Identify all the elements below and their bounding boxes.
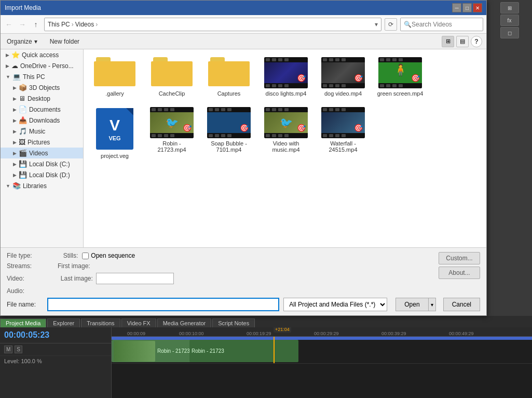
open-dropdown-arrow[interactable]: ▾ xyxy=(428,298,436,311)
folder-cacheclip-icon xyxy=(151,57,193,88)
file-item-cacheclip[interactable]: CacheClip xyxy=(146,55,198,99)
music-icon: 🎵 xyxy=(19,127,27,135)
sidebar-item-quick-access[interactable]: ▶ ⭐ Quick access xyxy=(1,49,83,60)
video-soap-thumb: 🎯 xyxy=(207,107,251,138)
tab-transitions[interactable]: Transitions xyxy=(81,319,120,327)
videos-icon: 🎬 xyxy=(19,149,27,157)
pictures-icon: 🖼 xyxy=(19,138,25,146)
video-group: Video: xyxy=(7,273,24,284)
address-path[interactable]: This PC › Videos › ▾ xyxy=(44,18,381,31)
desktop-chevron: ▶ xyxy=(13,96,17,101)
clip-2[interactable]: Robin - 21723 xyxy=(189,340,298,362)
view-details-button[interactable]: ▤ xyxy=(456,36,469,47)
video-music-frame: 🐦 🎯 xyxy=(264,107,308,138)
title-bar-controls: ─ □ ✕ xyxy=(452,3,482,12)
pictures-label: Pictures xyxy=(28,139,50,146)
sidebar-item-local-d[interactable]: ▶ 💾 Local Disk (D:) xyxy=(1,169,83,180)
tab-video-fx[interactable]: Video FX xyxy=(121,319,156,327)
path-dropdown-arrow[interactable]: ▾ xyxy=(375,21,378,28)
file-item-dog[interactable]: 🎯 dog video.mp4 xyxy=(317,55,369,99)
sidebar-item-videos[interactable]: ▶ 🎬 Videos xyxy=(1,148,83,158)
file-item-captures[interactable]: Captures xyxy=(203,55,255,99)
cancel-button[interactable]: Cancel xyxy=(443,298,480,311)
content-area: ▶ ⭐ Quick access ▶ ☁ OneDrive - Perso...… xyxy=(1,49,486,247)
path-sep-1: › xyxy=(72,21,74,28)
timeline-tabs: Project Media Explorer Transitions Video… xyxy=(0,316,532,327)
file-item-soap[interactable]: 🎯 Soap Bubble - 7101.mp4 xyxy=(203,104,255,162)
local-c-chevron: ▶ xyxy=(13,162,17,167)
sidebar-item-this-pc[interactable]: ▼ 💻 This PC xyxy=(1,71,83,82)
video-disco-frame: 🎯 xyxy=(264,57,308,88)
sidebar-item-music[interactable]: ▶ 🎵 Music xyxy=(1,126,83,137)
track-s-btn[interactable]: S xyxy=(15,346,22,353)
tab-script-notes[interactable]: Script Notes xyxy=(212,319,255,327)
right-panel-btn-1[interactable]: ⊞ xyxy=(500,2,519,14)
file-item-green[interactable]: 🎯 🧍 green screen.mp4 xyxy=(374,55,426,99)
right-panel-btn-fx[interactable]: fx xyxy=(500,15,519,26)
info-row-3: Video: Last image: xyxy=(7,273,434,284)
sidebar-item-local-c[interactable]: ▶ 💾 Local Disk (C:) xyxy=(1,158,83,169)
track-m-btn[interactable]: M xyxy=(4,346,12,353)
video-waterfall-thumb: 🎯 xyxy=(321,107,365,138)
local-c-label: Local Disk (C:) xyxy=(29,161,70,168)
file-item-waterfall[interactable]: 🎯 Waterfall - 24515.mp4 xyxy=(317,104,369,162)
open-sequence-checkbox-label[interactable]: Open sequence xyxy=(82,252,135,259)
search-input[interactable] xyxy=(412,21,489,28)
file-item-project-veg[interactable]: V VEG project.veg xyxy=(89,104,141,162)
help-button[interactable]: ? xyxy=(471,36,482,47)
file-item-disco[interactable]: 🎯 disco lights.mp4 xyxy=(260,55,312,99)
open-button[interactable]: Open xyxy=(395,298,428,311)
libraries-chevron: ▼ xyxy=(6,183,10,189)
folder-cacheclip-label: CacheClip xyxy=(159,90,185,97)
sidebar-item-downloads[interactable]: ▶ 📥 Downloads xyxy=(1,115,83,126)
tab-media-generator[interactable]: Media Generator xyxy=(157,319,212,327)
video-robin-frame: 🐦 🎯 xyxy=(150,107,194,138)
file-item-video-music[interactable]: 🐦 🎯 Video with music.mp4 xyxy=(260,104,312,162)
documents-icon: 📄 xyxy=(19,105,27,113)
sidebar-item-desktop[interactable]: ▶ 🖥 Desktop xyxy=(1,93,83,104)
address-bar: ← → ↑ This PC › Videos › ▾ ⟳ 🔍 xyxy=(1,15,486,34)
filename-input[interactable] xyxy=(47,298,279,311)
open-sequence-checkbox[interactable] xyxy=(82,253,89,259)
timeline-ruler: 00:00:09 00:00:10:00 00:00:19:29 00:00:2… xyxy=(112,327,532,337)
filetype-select[interactable]: All Project and Media Files (*.*) Video … xyxy=(283,298,387,311)
close-button[interactable]: ✕ xyxy=(473,3,482,12)
forward-button[interactable]: → xyxy=(17,19,28,30)
tab-explorer[interactable]: Explorer xyxy=(47,319,80,327)
file-item-robin[interactable]: 🐦 🎯 Robin - 21723.mp4 xyxy=(146,104,198,162)
local-d-chevron: ▶ xyxy=(13,173,17,178)
sidebar-item-documents[interactable]: ▶ 📄 Documents xyxy=(1,104,83,115)
ruler-mark-4: 00:00:39:29 xyxy=(381,331,406,336)
sidebar-item-libraries[interactable]: ▼ 📚 Libraries xyxy=(1,180,83,191)
about-button[interactable]: About... xyxy=(439,267,480,279)
right-panel-btn-3[interactable]: ◻ xyxy=(500,27,519,38)
maximize-button[interactable]: □ xyxy=(462,3,472,12)
last-image-input[interactable] xyxy=(96,273,174,284)
level-row: Level: 100.0 % xyxy=(0,356,111,366)
last-image-label: Last image: xyxy=(61,275,93,282)
search-box[interactable]: 🔍 xyxy=(400,18,483,31)
up-button[interactable]: ↑ xyxy=(31,19,41,30)
view-icon-button[interactable]: ⊞ xyxy=(442,36,454,47)
sidebar-item-onedrive[interactable]: ▶ ☁ OneDrive - Perso... xyxy=(1,60,83,71)
custom-button[interactable]: Custom... xyxy=(439,252,480,264)
back-button[interactable]: ← xyxy=(4,19,14,30)
stills-label: Stills: xyxy=(63,252,78,259)
info-row-1: File type: Stills: Open sequence xyxy=(7,252,434,259)
import-media-dialog: Import Media ─ □ ✕ ← → ↑ This PC › Video… xyxy=(0,0,487,316)
organize-button[interactable]: Organize ▾ xyxy=(5,37,39,46)
video-green-thumb: 🎯 🧍 xyxy=(378,57,422,88)
video-dog-frame: 🎯 xyxy=(321,57,365,88)
folder-gallery-icon xyxy=(94,57,135,88)
refresh-button[interactable]: ⟳ xyxy=(385,18,397,31)
sidebar-item-3d-objects[interactable]: ▶ 📦 3D Objects xyxy=(1,82,83,93)
new-folder-button[interactable]: New folder xyxy=(48,37,81,46)
3d-objects-label: 3D Objects xyxy=(29,84,60,91)
filename-label: File name: xyxy=(7,301,43,308)
last-image-group: Last image: xyxy=(61,273,174,284)
minimize-button[interactable]: ─ xyxy=(452,3,461,12)
tab-project-media[interactable]: Project Media xyxy=(0,319,46,327)
sidebar-item-pictures[interactable]: ▶ 🖼 Pictures xyxy=(1,137,83,148)
veg-thumb: V VEG xyxy=(93,107,137,151)
file-item-gallery[interactable]: .gallery xyxy=(89,55,141,99)
